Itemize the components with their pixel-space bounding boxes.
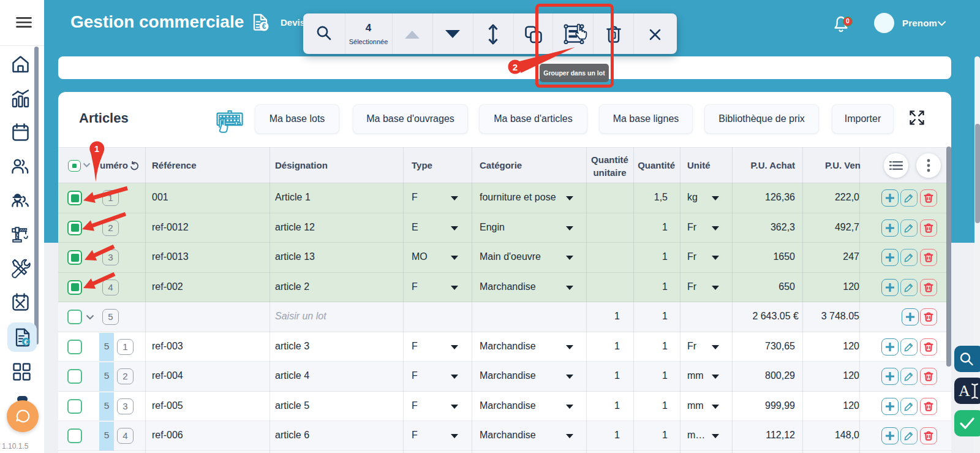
svg-text:2: 2 [513,62,518,72]
svg-text:1: 1 [94,144,99,154]
svg-text:€: € [24,338,28,346]
